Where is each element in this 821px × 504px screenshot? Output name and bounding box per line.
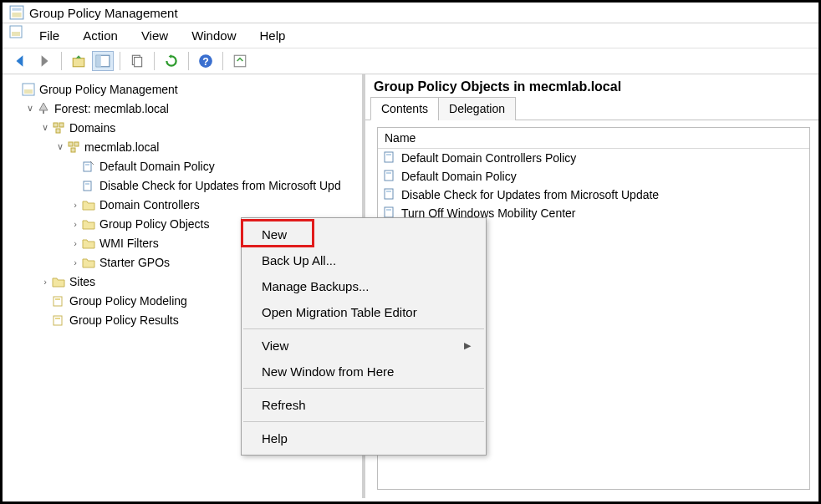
copy-button[interactable] bbox=[126, 51, 148, 71]
tree-disable-update-policy[interactable]: Disable Check for Updates from Microsoft… bbox=[3, 176, 362, 195]
folder-icon bbox=[81, 198, 96, 211]
help-button[interactable]: ? bbox=[195, 51, 217, 71]
svg-rect-24 bbox=[84, 181, 91, 191]
svg-rect-30 bbox=[385, 152, 393, 162]
svg-text:?: ? bbox=[202, 56, 209, 68]
detail-heading: Group Policy Objects in mecmlab.local bbox=[365, 74, 818, 96]
toolbar-separator bbox=[154, 52, 155, 70]
svg-rect-19 bbox=[69, 142, 73, 146]
tree-root[interactable]: Group Policy Management bbox=[3, 79, 362, 99]
svg-rect-26 bbox=[54, 297, 62, 306]
svg-rect-29 bbox=[55, 318, 60, 319]
forest-icon bbox=[36, 102, 51, 115]
modeling-icon bbox=[51, 294, 66, 308]
tree-domain[interactable]: ∨ mecmlab.local bbox=[3, 137, 362, 156]
folder-icon bbox=[81, 217, 96, 231]
folder-icon bbox=[81, 256, 96, 269]
expand-icon[interactable]: › bbox=[69, 199, 81, 211]
context-manage-backups[interactable]: Manage Backups... bbox=[242, 273, 486, 299]
list-item[interactable]: Default Domain Policy bbox=[378, 167, 809, 186]
menu-window[interactable]: Window bbox=[181, 25, 246, 46]
menu-bar: File Action View Window Help bbox=[3, 23, 818, 48]
list-item[interactable]: Disable Check for Updates from Microsoft… bbox=[378, 186, 809, 204]
menu-action[interactable]: Action bbox=[73, 25, 128, 46]
svg-rect-36 bbox=[385, 207, 393, 217]
menu-view[interactable]: View bbox=[131, 25, 178, 46]
svg-rect-7 bbox=[96, 55, 101, 67]
context-separator bbox=[243, 328, 484, 329]
svg-rect-5 bbox=[73, 59, 84, 67]
context-migration-table[interactable]: Open Migration Table Editor bbox=[242, 299, 486, 325]
tab-contents[interactable]: Contents bbox=[370, 97, 439, 120]
gpo-icon bbox=[383, 150, 396, 166]
tree-domains[interactable]: ∨ Domains bbox=[3, 118, 362, 137]
show-hide-tree-button[interactable] bbox=[92, 51, 114, 71]
properties-button[interactable] bbox=[229, 51, 251, 71]
expand-icon[interactable]: › bbox=[69, 237, 81, 249]
context-new-window[interactable]: New Window from Here bbox=[242, 359, 486, 384]
sites-icon bbox=[51, 275, 66, 288]
svg-rect-35 bbox=[386, 191, 391, 192]
collapse-icon[interactable]: ∨ bbox=[54, 141, 66, 153]
svg-rect-1 bbox=[12, 8, 21, 10]
context-separator bbox=[243, 421, 484, 422]
svg-rect-28 bbox=[54, 316, 62, 325]
svg-rect-4 bbox=[12, 32, 20, 36]
svg-rect-34 bbox=[385, 189, 393, 199]
expand-icon[interactable]: › bbox=[69, 257, 81, 268]
svg-rect-25 bbox=[85, 183, 89, 185]
context-new[interactable]: New bbox=[242, 221, 486, 247]
svg-rect-16 bbox=[54, 123, 58, 127]
svg-rect-27 bbox=[55, 298, 60, 300]
gpo-icon bbox=[383, 187, 396, 203]
gpo-icon bbox=[383, 169, 396, 185]
toolbar-separator bbox=[222, 52, 223, 70]
domains-icon bbox=[51, 121, 66, 135]
context-menu: New Back Up All... Manage Backups... Ope… bbox=[241, 217, 487, 456]
submenu-arrow-icon: ▶ bbox=[464, 340, 471, 351]
tab-delegation[interactable]: Delegation bbox=[438, 97, 516, 120]
toolbar: ? bbox=[3, 48, 818, 74]
tree-forest[interactable]: ∨ Forest: mecmlab.local bbox=[3, 99, 362, 118]
svg-rect-21 bbox=[71, 148, 75, 152]
app-icon bbox=[9, 5, 24, 20]
tree-default-domain-policy[interactable]: Default Domain Policy bbox=[3, 156, 362, 176]
context-view[interactable]: View▶ bbox=[242, 333, 486, 359]
svg-rect-22 bbox=[84, 162, 91, 171]
expand-icon[interactable]: › bbox=[39, 276, 51, 288]
gpo-link-icon bbox=[81, 179, 96, 192]
svg-rect-32 bbox=[385, 171, 393, 181]
refresh-button[interactable] bbox=[161, 51, 182, 71]
svg-rect-14 bbox=[24, 89, 33, 94]
svg-rect-12 bbox=[234, 55, 246, 67]
menu-help[interactable]: Help bbox=[249, 25, 295, 46]
menu-icon bbox=[9, 25, 24, 38]
context-separator bbox=[243, 388, 484, 389]
console-icon bbox=[21, 83, 36, 96]
gpo-link-icon bbox=[81, 160, 96, 173]
collapse-icon[interactable]: ∨ bbox=[24, 103, 36, 115]
back-button[interactable] bbox=[9, 51, 31, 71]
collapse-icon[interactable]: ∨ bbox=[39, 122, 51, 134]
window-title: Group Policy Management bbox=[29, 6, 178, 20]
menu-file[interactable]: File bbox=[29, 25, 69, 46]
svg-rect-18 bbox=[56, 129, 60, 133]
svg-rect-31 bbox=[386, 154, 391, 155]
context-backup-all[interactable]: Back Up All... bbox=[242, 247, 486, 273]
list-item[interactable]: Default Domain Controllers Policy bbox=[378, 149, 809, 167]
svg-rect-33 bbox=[386, 172, 391, 174]
toolbar-separator bbox=[120, 52, 120, 70]
svg-rect-15 bbox=[43, 110, 44, 114]
svg-rect-9 bbox=[135, 58, 142, 67]
title-bar: Group Policy Management bbox=[3, 3, 818, 23]
expand-icon[interactable]: › bbox=[69, 218, 81, 230]
context-refresh[interactable]: Refresh bbox=[242, 392, 486, 418]
detail-tabs: Contents Delegation bbox=[365, 96, 818, 120]
forward-button[interactable] bbox=[33, 51, 55, 71]
column-name[interactable]: Name bbox=[378, 128, 809, 149]
context-help[interactable]: Help bbox=[242, 425, 486, 451]
svg-rect-17 bbox=[59, 123, 64, 127]
tree-domain-controllers[interactable]: › Domain Controllers bbox=[3, 195, 362, 214]
up-button[interactable] bbox=[68, 51, 89, 71]
svg-rect-2 bbox=[12, 13, 21, 18]
